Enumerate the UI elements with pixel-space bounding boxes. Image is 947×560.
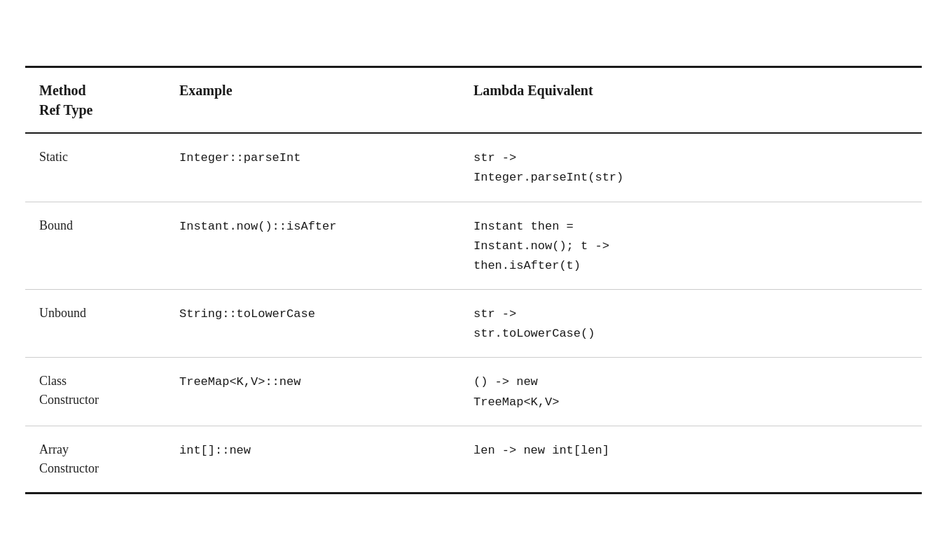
type-label-static: Static (39, 150, 68, 164)
type-label-class: Class (39, 374, 67, 388)
lambda-static-line1: str -> (474, 151, 516, 164)
example-array-constructor: int[]::new (165, 426, 459, 492)
table-row-static: Static Integer::parseInt str -> Integer.… (25, 133, 922, 202)
type-unbound: Unbound (25, 290, 165, 358)
lambda-bound: Instant then = Instant.now(); t -> then.… (459, 202, 922, 290)
type-array-constructor: Array Constructor (25, 426, 165, 492)
header-method-label: Method (39, 83, 86, 98)
table-row-class-constructor: Class Constructor TreeMap<K,V>::new () -… (25, 358, 922, 426)
example-bound: Instant.now()::isAfter (165, 202, 459, 290)
lambda-class-constructor: () -> new TreeMap<K,V> (459, 358, 922, 426)
example-code-array-constructor: int[]::new (179, 444, 251, 457)
lambda-code-unbound: str -> str.toLowerCase() (474, 307, 595, 340)
type-static: Static (25, 133, 165, 202)
header-ref-type-label: Ref Type (39, 102, 92, 118)
lambda-bound-line1: Instant then = (474, 220, 574, 233)
col-header-example: Example (165, 68, 459, 133)
type-class-constructor: Class Constructor (25, 358, 165, 426)
example-unbound: String::toLowerCase (165, 290, 459, 358)
example-code-unbound: String::toLowerCase (179, 307, 315, 321)
type-label-constructor: Constructor (39, 393, 99, 407)
type-label-unbound: Unbound (39, 306, 86, 320)
lambda-bound-line3: then.isAfter(t) (474, 259, 581, 272)
example-code-static: Integer::parseInt (179, 151, 300, 164)
method-ref-table: Method Ref Type Example Lambda Equivalen… (25, 68, 922, 492)
lambda-code-static: str -> Integer.parseInt(str) (474, 151, 623, 184)
example-class-constructor: TreeMap<K,V>::new (165, 358, 459, 426)
example-code-bound: Instant.now()::isAfter (179, 220, 336, 233)
lambda-class-line1: () -> new (474, 375, 538, 388)
type-label-array: Array (39, 442, 69, 456)
table-row-array-constructor: Array Constructor int[]::new len -> new … (25, 426, 922, 492)
lambda-static-line2: Integer.parseInt(str) (474, 171, 623, 184)
lambda-unbound-line1: str -> (474, 307, 516, 321)
table-row-bound: Bound Instant.now()::isAfter Instant the… (25, 202, 922, 290)
type-bound: Bound (25, 202, 165, 290)
example-code-class-constructor: TreeMap<K,V>::new (179, 375, 300, 388)
type-label-array-constructor: Constructor (39, 461, 99, 475)
table-row-unbound: Unbound String::toLowerCase str -> str.t… (25, 290, 922, 358)
lambda-code-array-constructor: len -> new int[len] (474, 444, 609, 457)
main-table-container: Method Ref Type Example Lambda Equivalen… (25, 66, 922, 494)
lambda-code-class-constructor: () -> new TreeMap<K,V> (474, 375, 559, 408)
lambda-bound-line2: Instant.now(); t -> (474, 239, 609, 253)
lambda-static: str -> Integer.parseInt(str) (459, 133, 922, 202)
table-header-row: Method Ref Type Example Lambda Equivalen… (25, 68, 922, 133)
col-header-lambda: Lambda Equivalent (459, 68, 922, 133)
lambda-unbound-line2: str.toLowerCase() (474, 327, 595, 340)
col-header-method-ref-type: Method Ref Type (25, 68, 165, 133)
example-static: Integer::parseInt (165, 133, 459, 202)
type-label-bound: Bound (39, 218, 73, 232)
lambda-array-constructor: len -> new int[len] (459, 426, 922, 492)
lambda-unbound: str -> str.toLowerCase() (459, 290, 922, 358)
lambda-code-bound: Instant then = Instant.now(); t -> then.… (474, 220, 609, 272)
lambda-class-line2: TreeMap<K,V> (474, 396, 559, 409)
